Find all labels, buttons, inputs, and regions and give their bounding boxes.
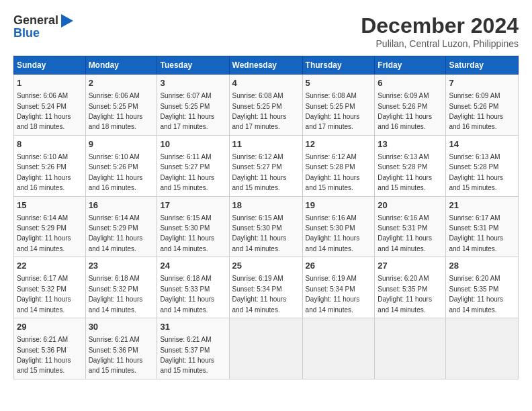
calendar-cell: 4Sunrise: 6:08 AM Sunset: 5:25 PM Daylig… (229, 75, 302, 136)
calendar-header-monday: Monday (85, 56, 157, 75)
calendar-cell: 25Sunrise: 6:19 AM Sunset: 5:34 PM Dayli… (229, 257, 302, 318)
logo-text-blue: Blue (13, 26, 40, 40)
day-info: Sunrise: 6:06 AM Sunset: 5:24 PM Dayligh… (17, 92, 71, 130)
day-number: 27 (378, 260, 443, 272)
day-number: 18 (232, 199, 300, 212)
day-number: 10 (160, 138, 226, 150)
day-info: Sunrise: 6:10 AM Sunset: 5:26 PM Dayligh… (17, 153, 71, 191)
day-number: 24 (160, 260, 226, 272)
day-info: Sunrise: 6:15 AM Sunset: 5:30 PM Dayligh… (232, 214, 287, 253)
day-info: Sunrise: 6:12 AM Sunset: 5:28 PM Dayligh… (306, 153, 360, 191)
calendar-header-tuesday: Tuesday (157, 56, 229, 75)
day-number: 4 (232, 77, 300, 89)
calendar-cell: 6Sunrise: 6:09 AM Sunset: 5:26 PM Daylig… (375, 75, 446, 136)
day-info: Sunrise: 6:06 AM Sunset: 5:25 PM Dayligh… (89, 92, 143, 130)
day-info: Sunrise: 6:13 AM Sunset: 5:28 PM Dayligh… (378, 153, 432, 191)
calendar-cell: 16Sunrise: 6:14 AM Sunset: 5:29 PM Dayli… (85, 196, 157, 257)
calendar-cell: 12Sunrise: 6:12 AM Sunset: 5:28 PM Dayli… (302, 135, 375, 196)
day-number: 9 (89, 138, 154, 150)
page-subtitle: Pulilan, Central Luzon, Philippines (361, 38, 519, 49)
day-info: Sunrise: 6:20 AM Sunset: 5:35 PM Dayligh… (449, 275, 503, 313)
calendar-week-row: 22Sunrise: 6:17 AM Sunset: 5:32 PM Dayli… (14, 257, 519, 318)
calendar-week-row: 15Sunrise: 6:14 AM Sunset: 5:29 PM Dayli… (14, 196, 519, 257)
day-number: 13 (378, 138, 443, 150)
day-info: Sunrise: 6:14 AM Sunset: 5:29 PM Dayligh… (17, 214, 71, 253)
day-number: 5 (306, 77, 372, 89)
day-number: 6 (378, 77, 443, 89)
calendar-cell: 2Sunrise: 6:06 AM Sunset: 5:25 PM Daylig… (85, 75, 157, 136)
calendar-cell: 23Sunrise: 6:18 AM Sunset: 5:32 PM Dayli… (85, 257, 157, 318)
calendar-cell: 30Sunrise: 6:21 AM Sunset: 5:36 PM Dayli… (85, 318, 157, 379)
calendar-cell: 7Sunrise: 6:09 AM Sunset: 5:26 PM Daylig… (446, 75, 519, 136)
calendar-cell (229, 318, 302, 379)
day-info: Sunrise: 6:10 AM Sunset: 5:26 PM Dayligh… (89, 153, 143, 191)
day-info: Sunrise: 6:09 AM Sunset: 5:26 PM Dayligh… (378, 92, 432, 130)
logo: General Blue (13, 13, 73, 40)
day-info: Sunrise: 6:18 AM Sunset: 5:32 PM Dayligh… (89, 275, 143, 313)
day-number: 11 (232, 138, 300, 150)
calendar-cell: 5Sunrise: 6:08 AM Sunset: 5:25 PM Daylig… (302, 75, 375, 136)
day-info: Sunrise: 6:18 AM Sunset: 5:33 PM Dayligh… (160, 275, 214, 313)
calendar-header-sunday: Sunday (14, 56, 86, 75)
day-info: Sunrise: 6:14 AM Sunset: 5:29 PM Dayligh… (89, 214, 143, 253)
day-info: Sunrise: 6:07 AM Sunset: 5:25 PM Dayligh… (160, 92, 214, 130)
page-title: December 2024 (361, 13, 519, 38)
title-area: December 2024 Pulilan, Central Luzon, Ph… (361, 13, 519, 49)
calendar-cell: 20Sunrise: 6:16 AM Sunset: 5:31 PM Dayli… (375, 196, 446, 257)
day-number: 7 (449, 77, 515, 89)
day-info: Sunrise: 6:21 AM Sunset: 5:36 PM Dayligh… (17, 336, 71, 374)
calendar-week-row: 29Sunrise: 6:21 AM Sunset: 5:36 PM Dayli… (14, 318, 519, 379)
calendar-cell: 21Sunrise: 6:17 AM Sunset: 5:31 PM Dayli… (446, 196, 519, 257)
calendar-week-row: 8Sunrise: 6:10 AM Sunset: 5:26 PM Daylig… (14, 135, 519, 196)
calendar-cell: 29Sunrise: 6:21 AM Sunset: 5:36 PM Dayli… (14, 318, 86, 379)
calendar-cell: 10Sunrise: 6:11 AM Sunset: 5:27 PM Dayli… (157, 135, 229, 196)
day-info: Sunrise: 6:13 AM Sunset: 5:28 PM Dayligh… (449, 153, 503, 191)
day-info: Sunrise: 6:20 AM Sunset: 5:35 PM Dayligh… (378, 275, 432, 313)
day-number: 12 (306, 138, 372, 150)
calendar-cell (302, 318, 375, 379)
day-number: 2 (89, 77, 154, 89)
calendar-cell: 1Sunrise: 6:06 AM Sunset: 5:24 PM Daylig… (14, 75, 86, 136)
day-info: Sunrise: 6:15 AM Sunset: 5:30 PM Dayligh… (160, 214, 214, 253)
calendar-cell: 14Sunrise: 6:13 AM Sunset: 5:28 PM Dayli… (446, 135, 519, 196)
calendar-cell: 31Sunrise: 6:21 AM Sunset: 5:37 PM Dayli… (157, 318, 229, 379)
calendar-cell: 17Sunrise: 6:15 AM Sunset: 5:30 PM Dayli… (157, 196, 229, 257)
day-info: Sunrise: 6:08 AM Sunset: 5:25 PM Dayligh… (306, 92, 360, 130)
day-info: Sunrise: 6:19 AM Sunset: 5:34 PM Dayligh… (306, 275, 360, 313)
day-number: 30 (89, 321, 154, 333)
day-number: 3 (160, 77, 226, 89)
calendar-cell: 22Sunrise: 6:17 AM Sunset: 5:32 PM Dayli… (14, 257, 86, 318)
day-info: Sunrise: 6:21 AM Sunset: 5:36 PM Dayligh… (89, 336, 143, 374)
day-info: Sunrise: 6:16 AM Sunset: 5:31 PM Dayligh… (378, 214, 432, 253)
day-info: Sunrise: 6:12 AM Sunset: 5:27 PM Dayligh… (232, 153, 287, 191)
calendar-cell: 15Sunrise: 6:14 AM Sunset: 5:29 PM Dayli… (14, 196, 86, 257)
calendar-cell: 9Sunrise: 6:10 AM Sunset: 5:26 PM Daylig… (85, 135, 157, 196)
calendar-header-saturday: Saturday (446, 56, 519, 75)
day-info: Sunrise: 6:19 AM Sunset: 5:34 PM Dayligh… (232, 275, 287, 313)
calendar-header-thursday: Thursday (302, 56, 375, 75)
day-info: Sunrise: 6:09 AM Sunset: 5:26 PM Dayligh… (449, 92, 503, 130)
day-number: 28 (449, 260, 515, 272)
logo-arrow-icon (61, 14, 73, 28)
day-number: 14 (449, 138, 515, 150)
day-info: Sunrise: 6:16 AM Sunset: 5:30 PM Dayligh… (306, 214, 360, 253)
calendar-cell (446, 318, 519, 379)
page-header: General Blue December 2024 Pulilan, Cent… (13, 13, 519, 49)
calendar-cell: 8Sunrise: 6:10 AM Sunset: 5:26 PM Daylig… (14, 135, 86, 196)
calendar-cell: 13Sunrise: 6:13 AM Sunset: 5:28 PM Dayli… (375, 135, 446, 196)
calendar-cell: 24Sunrise: 6:18 AM Sunset: 5:33 PM Dayli… (157, 257, 229, 318)
day-number: 19 (306, 199, 372, 212)
day-info: Sunrise: 6:08 AM Sunset: 5:25 PM Dayligh… (232, 92, 287, 130)
day-info: Sunrise: 6:17 AM Sunset: 5:32 PM Dayligh… (17, 275, 71, 313)
day-number: 31 (160, 321, 226, 333)
logo-text-general: General (13, 13, 58, 28)
calendar-header-row: SundayMondayTuesdayWednesdayThursdayFrid… (14, 56, 519, 75)
day-info: Sunrise: 6:17 AM Sunset: 5:31 PM Dayligh… (449, 214, 503, 253)
day-number: 8 (17, 138, 83, 150)
day-number: 17 (160, 199, 226, 212)
day-info: Sunrise: 6:21 AM Sunset: 5:37 PM Dayligh… (160, 336, 214, 374)
calendar-table: SundayMondayTuesdayWednesdayThursdayFrid… (13, 56, 519, 379)
calendar-cell: 28Sunrise: 6:20 AM Sunset: 5:35 PM Dayli… (446, 257, 519, 318)
day-info: Sunrise: 6:11 AM Sunset: 5:27 PM Dayligh… (160, 153, 214, 191)
calendar-cell: 26Sunrise: 6:19 AM Sunset: 5:34 PM Dayli… (302, 257, 375, 318)
